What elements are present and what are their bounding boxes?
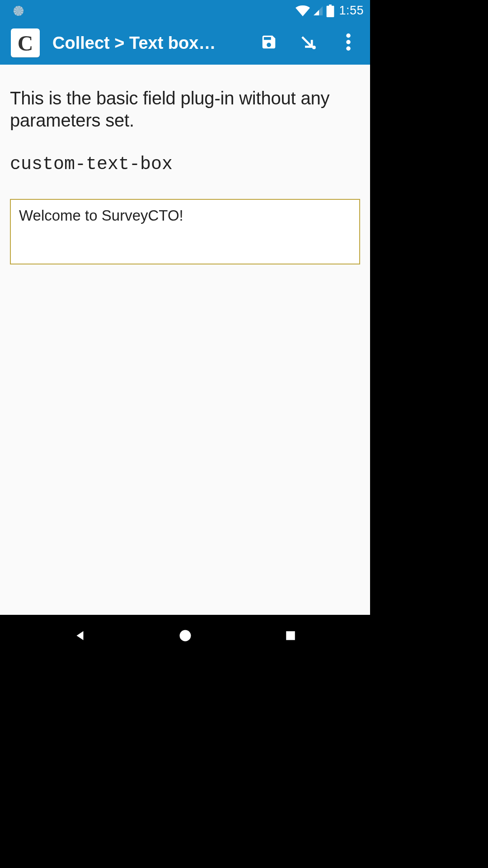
save-icon xyxy=(260,33,277,52)
svg-point-3 xyxy=(346,47,351,51)
status-left xyxy=(14,6,23,16)
status-time: 1:55 xyxy=(339,4,364,18)
svg-point-0 xyxy=(312,46,316,49)
save-button[interactable] xyxy=(258,32,280,54)
nav-back-icon xyxy=(73,629,87,644)
overflow-menu-button[interactable] xyxy=(338,32,359,54)
home-button[interactable] xyxy=(174,626,196,647)
svg-point-4 xyxy=(179,630,191,642)
back-button[interactable] xyxy=(69,626,91,647)
battery-icon xyxy=(326,5,334,17)
field-description: This is the basic field plug-in without … xyxy=(10,87,360,132)
app-icon[interactable]: C xyxy=(11,28,40,57)
nav-home-icon xyxy=(178,629,192,644)
goto-button[interactable] xyxy=(298,32,319,54)
svg-point-1 xyxy=(346,33,351,38)
more-vert-icon xyxy=(346,33,351,52)
app-actions xyxy=(258,32,359,54)
app-icon-letter: C xyxy=(18,31,33,56)
breadcrumb-title: Collect > Text box… xyxy=(52,33,241,53)
wifi-icon xyxy=(296,5,310,16)
svg-rect-5 xyxy=(286,631,295,640)
recents-button[interactable] xyxy=(280,626,301,647)
status-bar: 1:55 xyxy=(0,0,370,21)
field-plugin-name: custom-text-box xyxy=(10,154,360,175)
svg-point-2 xyxy=(346,40,351,44)
text-input[interactable]: Welcome to SurveyCTO! xyxy=(10,199,360,264)
app-bar: C Collect > Text box… xyxy=(0,21,370,65)
sync-spinner-icon xyxy=(14,6,23,16)
cellular-icon xyxy=(312,5,324,16)
nav-recents-icon xyxy=(285,630,296,643)
arrow-down-right-icon xyxy=(300,33,317,52)
navigation-bar xyxy=(0,615,370,658)
content: This is the basic field plug-in without … xyxy=(0,65,370,615)
status-right: 1:55 xyxy=(296,4,364,18)
